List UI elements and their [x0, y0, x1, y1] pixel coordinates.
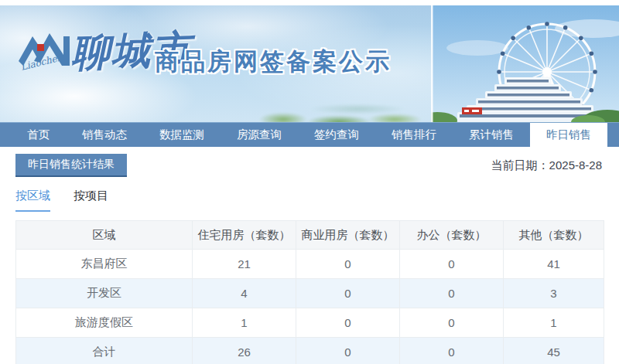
table-row: 旅游度假区 1 0 0 1	[16, 308, 604, 338]
nav-item-sales-trends[interactable]: 销售动态	[66, 123, 143, 147]
logo-red-square	[37, 44, 44, 51]
office-cell: 0	[400, 338, 504, 364]
current-date-value: 2025-8-28	[549, 158, 602, 172]
nav-item-contract-cancel[interactable]: 合同注销	[607, 123, 619, 147]
table-header-row: 区域 住宅用房（套数） 商业用房（套数） 办公（套数） 其他（套数）	[16, 221, 604, 250]
tab-by-project[interactable]: 按项目	[74, 189, 108, 212]
nav-item-sales-ranking[interactable]: 销售排行	[375, 123, 453, 147]
region-cell: 东昌府区	[16, 250, 193, 279]
residential-cell: 26	[193, 338, 296, 364]
table-row: 东昌府区 21 0 0 41	[16, 250, 604, 279]
view-tabs: 按区域 按项目	[15, 189, 619, 212]
banner-title: 商品房网签备案公示	[155, 46, 392, 78]
commercial-cell: 0	[296, 279, 400, 308]
tab-by-region[interactable]: 按区域	[15, 189, 50, 212]
other-cell: 41	[504, 250, 604, 279]
table-row: 开发区 4 0 0 3	[16, 279, 604, 308]
commercial-cell: 0	[296, 308, 400, 338]
other-cell: 3	[504, 279, 604, 308]
column-header-region: 区域	[16, 221, 193, 250]
current-date: 当前日期：2025-8-28	[491, 158, 602, 173]
nav-item-yesterday-sales[interactable]: 昨日销售	[530, 123, 607, 147]
column-header-residential: 住宅用房（套数）	[193, 221, 296, 250]
table-row-total: 合计 26 0 0 45	[16, 338, 604, 364]
residential-cell: 4	[193, 279, 296, 308]
column-header-office: 办公（套数）	[400, 221, 504, 250]
region-cell: 旅游度假区	[16, 308, 193, 338]
other-cell: 1	[504, 308, 604, 338]
site-banner: Liaocheng 聊城市 商品房网签备案公示	[0, 5, 619, 122]
banner-photo	[431, 5, 619, 122]
office-cell: 0	[400, 308, 504, 338]
toolbar: 昨日销售统计结果 当前日期：2025-8-28	[0, 147, 619, 184]
nav-item-cumulative-sales[interactable]: 累计销售	[453, 123, 530, 147]
residential-cell: 1	[193, 308, 296, 338]
commercial-cell: 0	[296, 338, 400, 364]
nav-item-home[interactable]: 首页	[11, 123, 66, 147]
column-header-commercial: 商业用房（套数）	[296, 221, 400, 250]
main-nav: 首页 销售动态 数据监测 房源查询 签约查询 销售排行 累计销售 昨日销售 合同…	[0, 122, 619, 147]
column-header-other: 其他（套数）	[504, 221, 604, 250]
yesterday-sales-stats-button[interactable]: 昨日销售统计结果	[15, 154, 127, 177]
office-cell: 0	[400, 250, 504, 279]
riverbank-illustration	[255, 102, 441, 122]
region-cell: 合计	[16, 338, 193, 364]
office-cell: 0	[400, 279, 504, 308]
nav-item-contract-search[interactable]: 签约查询	[298, 123, 375, 147]
region-cell: 开发区	[16, 279, 193, 308]
residential-cell: 21	[193, 250, 296, 279]
nav-item-data-monitor[interactable]: 数据监测	[143, 123, 221, 147]
current-date-label: 当前日期：	[491, 158, 549, 172]
commercial-cell: 0	[296, 250, 400, 279]
other-cell: 45	[504, 338, 604, 364]
sales-by-region-table: 区域 住宅用房（套数） 商业用房（套数） 办公（套数） 其他（套数） 东昌府区 …	[15, 220, 604, 364]
nav-item-listing-search[interactable]: 房源查询	[221, 123, 298, 147]
